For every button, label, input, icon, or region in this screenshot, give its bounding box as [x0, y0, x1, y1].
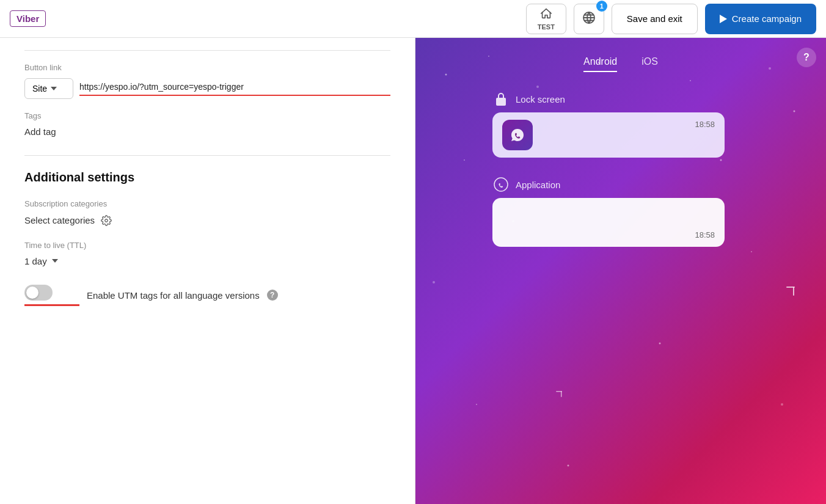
application-heading-row: Application	[492, 176, 725, 193]
divider-top	[24, 50, 390, 51]
svg-rect-21	[556, 391, 562, 392]
save-exit-button[interactable]: Save and exit	[612, 4, 698, 34]
ttl-label: Time to live (TTL)	[24, 241, 390, 250]
tags-section: Tags Add tag	[24, 111, 390, 137]
svg-point-2	[445, 74, 447, 76]
svg-point-9	[464, 159, 465, 161]
select-categories[interactable]: Select categories	[24, 215, 95, 225]
viber-app-icon-lock	[502, 120, 533, 150]
subscription-categories-label: Subscription categories	[24, 199, 390, 208]
svg-rect-18	[793, 287, 794, 296]
svg-point-3	[488, 56, 489, 57]
create-campaign-button[interactable]: Create campaign	[705, 4, 816, 34]
url-input-wrap	[79, 81, 390, 96]
additional-settings-header: Additional settings	[24, 155, 390, 184]
chevron-down-icon	[51, 87, 57, 90]
topbar: Viber TEST 1 Save and exit Create campai…	[0, 0, 826, 38]
lock-screen-title: Lock screen	[516, 94, 565, 104]
lock-screen-notification-card: 18:58	[492, 112, 725, 158]
svg-rect-22	[496, 98, 506, 106]
utm-label: Enable UTM tags for all language version…	[87, 290, 260, 301]
lock-screen-section: Lock screen 18:58	[492, 90, 725, 158]
toggle-underline	[24, 304, 79, 306]
test-button[interactable]: TEST	[526, 4, 566, 34]
subscription-categories-row: Select categories	[24, 214, 390, 226]
viber-section-icon	[492, 176, 510, 193]
main-layout: Button link Site Tags Add tag Additional…	[0, 38, 826, 504]
site-dropdown[interactable]: Site	[24, 78, 73, 99]
svg-rect-20	[561, 391, 562, 397]
url-input[interactable]	[79, 82, 390, 92]
create-campaign-label: Create campaign	[732, 13, 802, 24]
svg-point-12	[751, 251, 752, 252]
lock-notif-time: 18:58	[695, 120, 715, 129]
toggle-thumb	[26, 287, 38, 299]
svg-point-7	[769, 67, 771, 70]
gear-icon[interactable]	[101, 214, 112, 226]
test-label: TEST	[538, 23, 555, 31]
svg-point-23	[494, 178, 508, 191]
tab-android[interactable]: Android	[583, 56, 617, 72]
help-circle-button[interactable]: ?	[797, 48, 816, 67]
button-link-label: Button link	[24, 63, 390, 72]
button-link-row: Site	[24, 78, 390, 99]
svg-point-8	[794, 111, 795, 112]
tab-ios[interactable]: iOS	[641, 56, 658, 72]
viber-logo: Viber	[10, 10, 46, 27]
globe-button[interactable]: 1	[574, 4, 604, 34]
svg-point-6	[690, 80, 691, 81]
phone-preview-area: Lock screen 18:58	[492, 90, 749, 247]
ttl-value: 1 day	[24, 256, 47, 266]
utm-toggle[interactable]	[24, 285, 53, 301]
house-icon	[539, 7, 553, 22]
play-icon	[720, 15, 727, 23]
svg-point-16	[781, 403, 783, 406]
svg-point-13	[433, 281, 435, 283]
right-panel: ? Android iOS Lock screen	[415, 38, 826, 504]
application-notification-card: 18:58	[492, 198, 725, 247]
ttl-section: Time to live (TTL) 1 day	[24, 241, 390, 266]
platform-tabs: Android iOS	[583, 56, 658, 72]
add-tag[interactable]: Add tag	[24, 126, 390, 137]
svg-point-17	[568, 465, 569, 467]
left-panel: Button link Site Tags Add tag Additional…	[0, 38, 415, 504]
tags-label: Tags	[24, 111, 390, 120]
utm-toggle-row: Enable UTM tags for all language version…	[24, 285, 390, 306]
application-title: Application	[516, 180, 560, 190]
site-dropdown-label: Site	[32, 84, 47, 93]
app-notif-time: 18:58	[695, 230, 715, 239]
globe-icon	[582, 10, 596, 27]
svg-rect-19	[786, 287, 795, 288]
chevron-down-icon	[52, 259, 58, 263]
svg-point-4	[536, 86, 539, 88]
lock-screen-heading-row: Lock screen	[492, 90, 725, 108]
utm-help-icon[interactable]: ?	[267, 290, 278, 301]
lock-icon	[492, 90, 510, 108]
globe-badge: 1	[596, 1, 607, 12]
svg-point-1	[105, 219, 108, 222]
svg-point-15	[476, 404, 477, 405]
application-section: Application 18:58	[492, 176, 725, 247]
ttl-dropdown[interactable]: 1 day	[24, 256, 390, 266]
svg-point-14	[659, 343, 661, 345]
